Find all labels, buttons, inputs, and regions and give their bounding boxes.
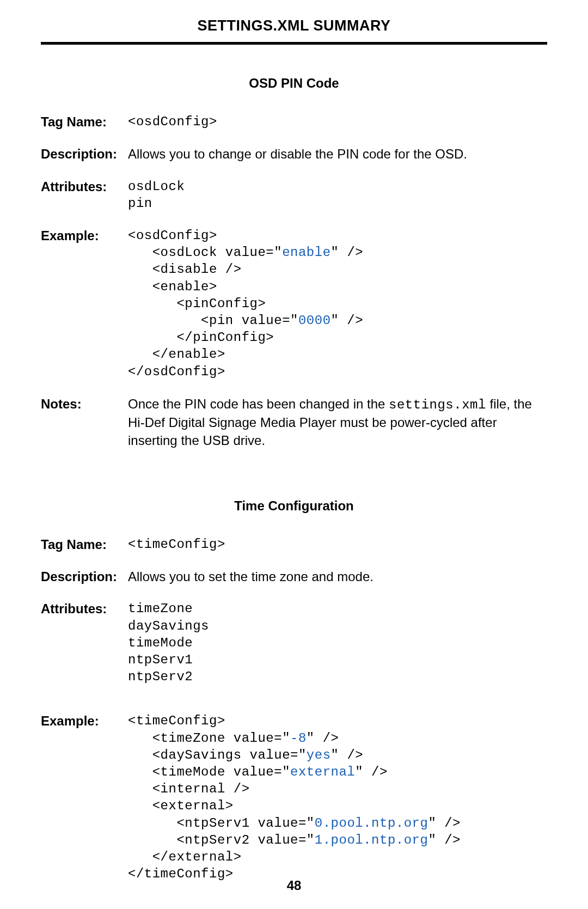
label-attributes: Attributes: [41, 178, 128, 212]
label-example: Example: [41, 712, 128, 882]
page-number: 48 [0, 877, 588, 894]
label-notes: Notes: [41, 395, 128, 449]
row-attributes-1: Attributes: osdLock pin [41, 178, 547, 212]
value-attributes-1: osdLock pin [128, 178, 547, 212]
attr-item: ntpServ1 [128, 651, 547, 668]
code-example-1: <osdConfig> <osdLock value="enable" /> <… [128, 227, 547, 380]
label-tag-name: Tag Name: [41, 536, 128, 553]
row-description-1: Description: Allows you to change or dis… [41, 145, 547, 162]
row-notes-1: Notes: Once the PIN code has been change… [41, 395, 547, 449]
attr-item: ntpServ2 [128, 668, 547, 685]
row-attributes-2: Attributes: timeZone daySavings timeMode… [41, 600, 547, 685]
value-tag-name-2: <timeConfig> [128, 536, 547, 553]
value-notes-1: Once the PIN code has been changed in th… [128, 395, 547, 449]
value-tag-name-1: <osdConfig> [128, 113, 547, 130]
attr-item: timeZone [128, 600, 547, 617]
label-attributes: Attributes: [41, 600, 128, 685]
value-attributes-2: timeZone daySavings timeMode ntpServ1 nt… [128, 600, 547, 685]
row-tag-name-2: Tag Name: <timeConfig> [41, 536, 547, 553]
label-tag-name: Tag Name: [41, 113, 128, 130]
section-title-osd-pin: OSD PIN Code [41, 75, 547, 91]
attr-item: pin [128, 195, 547, 212]
label-example: Example: [41, 227, 128, 380]
value-description-2: Allows you to set the time zone and mode… [128, 568, 547, 585]
label-description: Description: [41, 145, 128, 162]
code-example-2: <timeConfig> <timeZone value="-8" /> <da… [128, 712, 547, 882]
section-title-time-config: Time Configuration [41, 497, 547, 514]
attr-item: osdLock [128, 178, 547, 195]
attr-item: daySavings [128, 618, 547, 635]
row-example-2: Example: <timeConfig> <timeZone value="-… [41, 712, 547, 882]
value-description-1: Allows you to change or disable the PIN … [128, 145, 547, 162]
label-description: Description: [41, 568, 128, 585]
row-example-1: Example: <osdConfig> <osdLock value="ena… [41, 227, 547, 380]
attr-item: timeMode [128, 635, 547, 651]
row-description-2: Description: Allows you to set the time … [41, 568, 547, 585]
page-header: SETTINGS.XML SUMMARY [41, 16, 547, 45]
row-tag-name-1: Tag Name: <osdConfig> [41, 113, 547, 130]
